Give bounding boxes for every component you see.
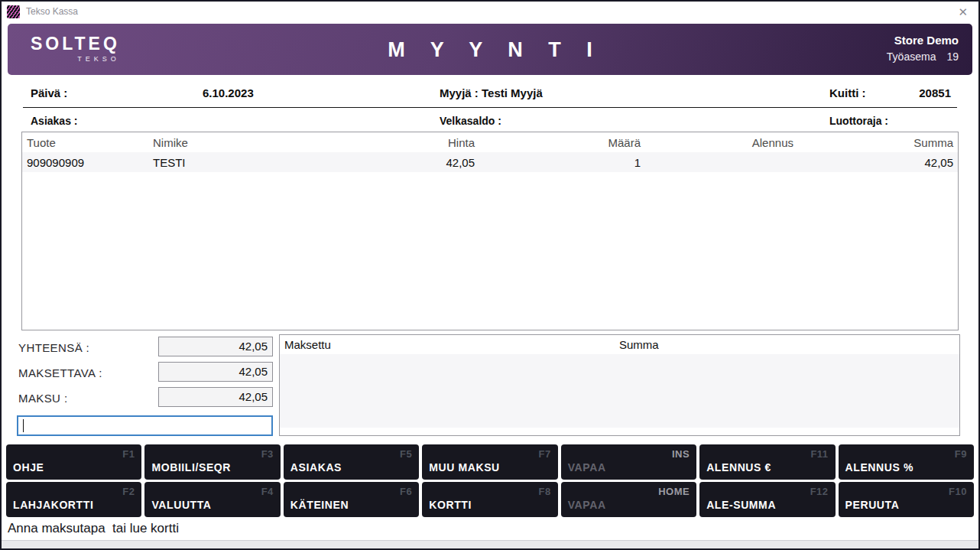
cell-nimike: TESTI	[148, 152, 351, 172]
window-title: Tekso Kassa	[26, 6, 78, 17]
fkey-label: ALENNUS €	[706, 461, 771, 474]
receipt-label: Kuitti :	[829, 86, 865, 99]
workstation-number: 19	[946, 50, 959, 63]
header-banner: SOLTEQ TEKSO M Y Y N T I Store Demo Työa…	[8, 24, 972, 75]
sum-column-header: Summa	[619, 338, 659, 351]
customer-info-row: Asiakas : Velkasaldo : Luottoraja :	[23, 108, 957, 132]
col-header-alennus: Alennus	[645, 132, 798, 152]
fkey-label: ALE-SUMMA	[706, 499, 776, 511]
fkey-label: VALUUTTA	[151, 499, 211, 511]
fkey-button-muu-maksu[interactable]: F7 MUU MAKSU	[422, 444, 557, 480]
fkey-button-ale-summa[interactable]: F12 ALE-SUMMA	[699, 482, 835, 517]
fkey-label: VAPAA	[568, 461, 606, 474]
status-message: Anna maksutapa tai lue kortti	[2, 517, 978, 540]
fkey-shortcut: F3	[261, 448, 274, 460]
cell-tuote: 909090909	[22, 152, 148, 172]
fkey-label: ASIAKAS	[290, 461, 342, 474]
payments-list-empty	[280, 354, 959, 428]
col-header-nimike: Nimike	[148, 132, 351, 152]
app-icon	[7, 5, 20, 18]
fkey-shortcut: F1	[122, 448, 135, 460]
payment-value: 42,05	[158, 387, 273, 407]
fkey-shortcut: F2	[122, 486, 135, 497]
col-header-tuote: Tuote	[22, 132, 148, 152]
payment-label: MAKSU :	[18, 392, 67, 405]
fkey-shortcut: F10	[949, 486, 967, 497]
fkey-label: KORTTI	[429, 499, 472, 511]
table-row[interactable]: 909090909 TESTI 42,05 1 42,05	[22, 152, 958, 172]
receipt-number: 20851	[919, 86, 951, 99]
date-value: 6.10.2023	[203, 86, 254, 99]
fkey-button-vapaa-home: HOME VAPAA	[561, 482, 696, 517]
fkey-shortcut: F9	[955, 448, 967, 460]
fkey-button-alennus-euro[interactable]: F11 ALENNUS €	[699, 444, 835, 480]
cell-hinta: 42,05	[351, 152, 479, 172]
fkey-button-valuutta[interactable]: F4 VALUUTTA	[144, 482, 280, 517]
fkey-shortcut: F5	[400, 448, 412, 460]
receipt-info-row: Päivä : 6.10.2023 Myyjä : Testi Myyjä Ku…	[23, 75, 957, 108]
total-value: 42,05	[158, 337, 273, 356]
payable-label: MAKSETTAVA :	[18, 366, 102, 379]
payment-section: YHTEENSÄ : 42,05 MAKSETTAVA : 42,05 MAKS…	[2, 334, 978, 436]
payment-entry-input[interactable]	[17, 415, 273, 436]
fkey-button-ohje[interactable]: F1 OHJE	[6, 444, 141, 480]
items-table-header: Tuote Nimike Hinta Määrä Alennus Summa	[22, 132, 958, 152]
workstation-label: Työasema	[887, 50, 936, 63]
credit-label: Luottoraja :	[829, 115, 888, 127]
fkey-button-alennus-prosentti[interactable]: F9 ALENNUS %	[839, 444, 974, 480]
paid-column-header: Maksettu	[284, 338, 331, 351]
items-table: Tuote Nimike Hinta Määrä Alennus Summa 9…	[21, 132, 959, 330]
debt-label: Velkasaldo :	[440, 115, 501, 127]
fkey-button-kateinen[interactable]: F6 KÄTEINEN	[284, 482, 419, 517]
fkey-shortcut: INS	[672, 448, 690, 460]
fkey-button-asiakas[interactable]: F5 ASIAKAS	[284, 444, 419, 480]
col-header-summa: Summa	[798, 132, 958, 152]
store-info: Store Demo Työasema19	[887, 34, 959, 63]
payable-value: 42,05	[158, 362, 273, 382]
fkey-button-kortti[interactable]: F8 KORTTI	[422, 482, 557, 517]
text-cursor	[23, 419, 24, 432]
workstation-info: Työasema19	[887, 50, 959, 63]
fkey-label: OHJE	[13, 461, 44, 474]
customer-label: Asiakas :	[31, 115, 77, 127]
app-window: Tekso Kassa ✕ SOLTEQ TEKSO M Y Y N T I S…	[0, 0, 980, 550]
fkey-shortcut: F6	[400, 486, 412, 497]
col-header-hinta: Hinta	[351, 132, 479, 152]
fkey-label: LAHJAKORTTI	[13, 499, 93, 511]
fkey-shortcut: F12	[810, 486, 829, 497]
bottom-strip	[2, 540, 978, 548]
date-label: Päivä :	[31, 86, 67, 99]
fkey-button-mobiili-seqr[interactable]: F3 MOBIILI/SEQR	[144, 444, 280, 480]
fkey-label: PERUUTA	[845, 499, 900, 511]
window-titlebar: Tekso Kassa ✕	[2, 2, 978, 21]
close-icon[interactable]: ✕	[958, 6, 968, 18]
cell-alennus	[645, 152, 798, 172]
cell-maara: 1	[479, 152, 645, 172]
store-name: Store Demo	[887, 34, 959, 47]
fkey-shortcut: F7	[539, 448, 551, 460]
fkey-button-vapaa-ins: INS VAPAA	[561, 444, 696, 480]
fkey-label: VAPAA	[568, 499, 606, 511]
fkey-label: MOBIILI/SEQR	[151, 461, 231, 474]
payments-panel: Maksettu Summa	[279, 334, 960, 436]
col-header-maara: Määrä	[479, 132, 645, 152]
fkey-shortcut: F8	[539, 486, 551, 497]
fkey-label: MUU MAKSU	[429, 461, 500, 474]
fkey-button-lahjakortti[interactable]: F2 LAHJAKORTTI	[6, 482, 141, 517]
fkey-button-peruuta[interactable]: F10 PERUUTA	[839, 482, 974, 517]
fkey-shortcut: HOME	[658, 486, 690, 497]
page-title: M Y Y N T I	[8, 37, 972, 61]
fkey-shortcut: F4	[261, 486, 274, 497]
function-key-grid: F1 OHJE F3 MOBIILI/SEQR F5 ASIAKAS F7 MU…	[6, 444, 974, 517]
fkey-label: ALENNUS %	[845, 461, 913, 474]
fkey-label: KÄTEINEN	[290, 499, 349, 511]
fkey-shortcut: F11	[810, 448, 828, 460]
seller-info: Myyjä : Testi Myyjä	[440, 86, 543, 99]
cell-summa: 42,05	[798, 152, 958, 172]
total-label: YHTEENSÄ :	[18, 341, 89, 354]
